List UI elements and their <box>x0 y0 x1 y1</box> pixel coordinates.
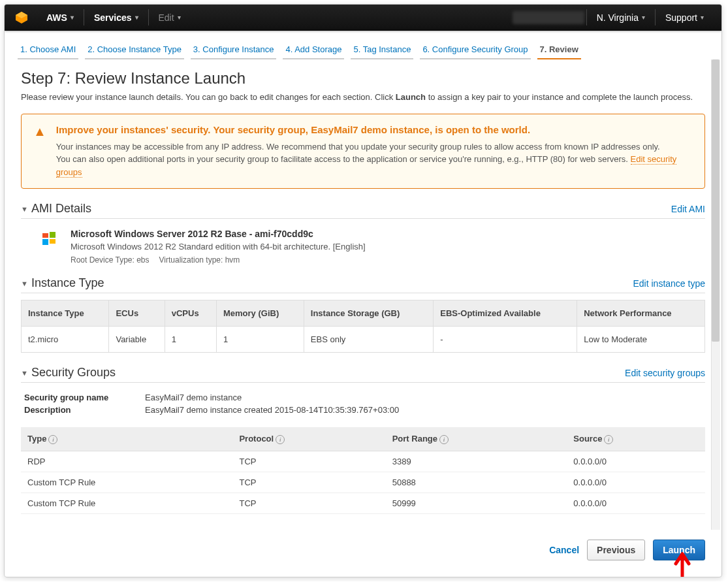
info-icon[interactable]: i <box>48 435 57 444</box>
svg-rect-5 <box>50 239 55 244</box>
nav-aws[interactable]: AWS▾ <box>39 12 82 23</box>
page-description: Please review your instance launch detai… <box>21 91 705 104</box>
sg-desc-value: EasyMail7 demo instance created 2015-08-… <box>145 405 399 415</box>
account-name-redacted <box>513 11 584 24</box>
windows-icon <box>39 229 59 248</box>
security-groups-section-header[interactable]: ▼Security Groups <box>21 366 116 380</box>
footer-actions: Cancel Previous Launch <box>5 530 721 570</box>
chevron-down-icon: ▾ <box>642 14 645 21</box>
ami-virtualization: Virtualization type: hvm <box>159 255 240 265</box>
info-icon[interactable]: i <box>439 435 449 444</box>
cancel-button[interactable]: Cancel <box>549 545 579 555</box>
th-instance-type: Instance Type <box>22 300 109 327</box>
edit-security-groups-link[interactable]: Edit security groups <box>625 368 705 378</box>
info-icon[interactable]: i <box>276 435 285 444</box>
divider <box>586 9 587 25</box>
info-icon[interactable]: i <box>604 435 613 444</box>
top-navbar: AWS▾ Services▾ Edit▾ N. Virginia▾ Suppor… <box>5 5 721 31</box>
wizard-step-6[interactable]: 6. Configure Security Group <box>420 40 530 59</box>
table-row: RDPTCP33890.0.0.0/0 <box>21 451 705 472</box>
alert-line1: Your instances may be accessible from an… <box>56 142 660 152</box>
th-ebs-optimized: EBS-Optimized Available <box>434 300 577 327</box>
scrollbar-thumb[interactable] <box>712 59 720 342</box>
ami-name: Microsoft Windows Server 2012 R2 Base - … <box>71 229 366 239</box>
th-network: Network Performance <box>577 300 705 327</box>
wizard-steps: 1. Choose AMI 2. Choose Instance Type 3.… <box>5 31 721 59</box>
collapse-arrow-icon: ▼ <box>21 205 28 213</box>
th-protocol: Protocoli <box>232 427 385 451</box>
ami-root-device: Root Device Type: ebs <box>71 255 150 265</box>
alert-line2: You can also open additional ports in yo… <box>56 154 631 164</box>
th-vcpus: vCPUs <box>165 300 216 327</box>
scrollbar-track[interactable] <box>711 59 720 530</box>
divider <box>84 9 84 25</box>
nav-support[interactable]: Support▾ <box>657 12 712 23</box>
svg-rect-3 <box>50 232 55 238</box>
security-rules-table: Typei Protocoli Port Rangei Sourcei RDPT… <box>21 427 705 514</box>
wizard-step-3[interactable]: 3. Configure Instance <box>191 40 277 59</box>
th-type: Typei <box>21 427 232 451</box>
collapse-arrow-icon: ▼ <box>21 280 28 287</box>
table-row: t2.microVariable11EBS only-Low to Modera… <box>22 327 705 353</box>
th-port-range: Port Rangei <box>386 427 567 451</box>
launch-button[interactable]: Launch <box>653 540 705 560</box>
collapse-arrow-icon: ▼ <box>21 369 28 377</box>
wizard-step-5[interactable]: 5. Tag Instance <box>351 40 413 59</box>
svg-rect-4 <box>42 239 48 245</box>
page-title: Step 7: Review Instance Launch <box>21 69 705 88</box>
th-memory: Memory (GiB) <box>217 300 304 327</box>
table-row: Custom TCP RuleTCP509990.0.0.0/0 <box>21 493 705 514</box>
sg-name-label: Security group name <box>24 393 145 402</box>
ami-description: Microsoft Windows 2012 R2 Standard editi… <box>71 242 366 251</box>
edit-instance-type-link[interactable]: Edit instance type <box>633 278 705 289</box>
sg-desc-label: Description <box>24 405 145 415</box>
chevron-down-icon: ▾ <box>71 14 74 21</box>
instance-type-table: Instance Type ECUs vCPUs Memory (GiB) In… <box>21 300 705 353</box>
main-content: Step 7: Review Instance Launch Please re… <box>5 59 721 530</box>
chevron-down-icon: ▾ <box>701 14 704 21</box>
alert-title: Improve your instances' security. Your s… <box>56 124 693 135</box>
aws-logo-icon[interactable] <box>14 10 29 25</box>
wizard-step-7[interactable]: 7. Review <box>537 40 581 59</box>
wizard-step-1[interactable]: 1. Choose AMI <box>18 40 78 59</box>
nav-region[interactable]: N. Virginia▾ <box>589 12 653 23</box>
instance-type-section-header[interactable]: ▼Instance Type <box>21 276 104 290</box>
wizard-step-4[interactable]: 4. Add Storage <box>283 40 344 59</box>
divider <box>655 9 656 25</box>
th-source: Sourcei <box>567 427 705 451</box>
sg-name-value: EasyMail7 demo instance <box>145 393 242 402</box>
security-warning-alert: ▲ Improve your instances' security. Your… <box>21 114 705 189</box>
th-storage: Instance Storage (GB) <box>304 300 433 327</box>
nav-edit[interactable]: Edit▾ <box>151 12 189 23</box>
divider <box>148 9 149 25</box>
table-row: Custom TCP RuleTCP508880.0.0.0/0 <box>21 472 705 493</box>
wizard-step-2[interactable]: 2. Choose Instance Type <box>85 40 184 59</box>
nav-services[interactable]: Services▾ <box>86 12 146 23</box>
th-ecus: ECUs <box>109 300 165 327</box>
svg-rect-2 <box>42 233 48 238</box>
ami-section-header[interactable]: ▼AMI Details <box>21 202 91 216</box>
warning-icon: ▲ <box>33 124 46 179</box>
previous-button[interactable]: Previous <box>587 540 645 560</box>
chevron-down-icon: ▾ <box>135 14 138 21</box>
edit-ami-link[interactable]: Edit AMI <box>671 204 705 214</box>
chevron-down-icon: ▾ <box>178 14 181 21</box>
